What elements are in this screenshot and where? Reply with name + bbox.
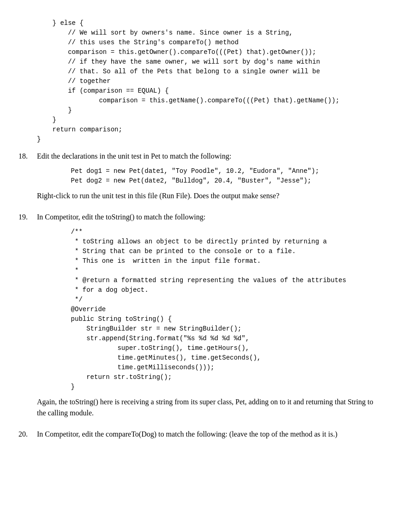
- item-18-code: Pet dog1 = new Pet(date1, "Toy Poodle", …: [55, 166, 378, 186]
- item-number-18: 18.: [18, 151, 37, 205]
- item-19-code: /** * toString allows an object to be di…: [55, 227, 378, 392]
- item-18-followup: Right-click to run the unit test in this…: [37, 190, 378, 201]
- item-18: 18. Edit the declarations in the unit te…: [18, 151, 378, 205]
- item-number-20: 20.: [18, 429, 37, 443]
- item-19: 19. In Competitor, edit the toString() t…: [18, 212, 378, 422]
- item-19-followup: Again, the toString() here is receiving …: [37, 396, 378, 419]
- item-content-18: Edit the declarations in the unit test i…: [37, 151, 378, 205]
- item-number-19: 19.: [18, 212, 37, 422]
- item-19-intro: In Competitor, edit the toString() to ma…: [37, 212, 378, 223]
- item-18-intro: Edit the declarations in the unit test i…: [37, 151, 378, 162]
- item-content-20: In Competitor, edit the compareTo(Dog) t…: [37, 429, 378, 443]
- code-content-1: } else { // We will sort by owners's nam…: [37, 18, 378, 144]
- item-content-19: In Competitor, edit the toString() to ma…: [37, 212, 378, 422]
- opening-code-block: } else { // We will sort by owners's nam…: [18, 18, 378, 144]
- item-20-intro: In Competitor, edit the compareTo(Dog) t…: [37, 429, 378, 440]
- item-20: 20. In Competitor, edit the compareTo(Do…: [18, 429, 378, 443]
